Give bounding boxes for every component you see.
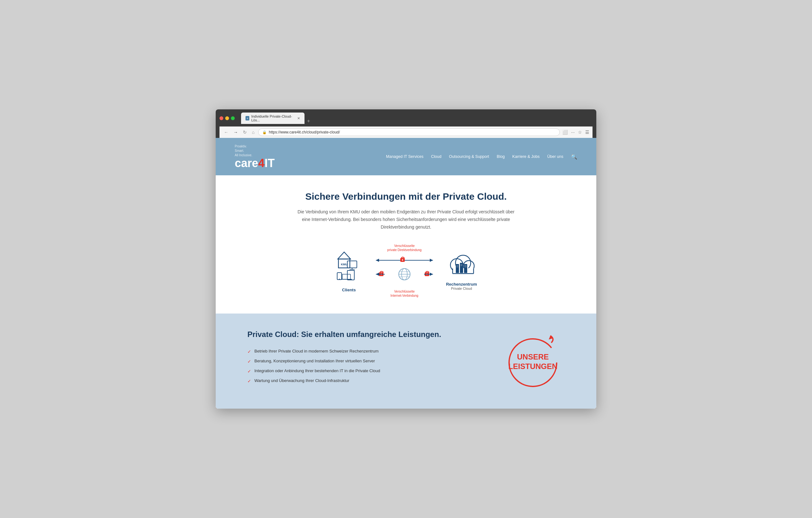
svg-marker-14 <box>430 259 433 262</box>
site-header: Proaktiv. Smart. All Inclusive. care4IT … <box>216 138 596 175</box>
extension-icon[interactable]: ⬜ <box>562 130 568 135</box>
clients-label: Clients <box>342 287 355 292</box>
services-content: Private Cloud: Sie erhalten umfangreiche… <box>248 329 482 384</box>
logo-care: care <box>235 157 258 169</box>
check-icon-4: ✓ <box>248 378 251 384</box>
back-button[interactable]: ← <box>223 129 230 135</box>
lock-icon: 🔒 <box>262 130 267 134</box>
address-bar[interactable]: 🔒 https://www.care4it.ch/cloud/private-c… <box>258 128 560 136</box>
internet-label-line1: Verschlüsselte <box>394 290 414 293</box>
reload-button[interactable]: ↻ <box>242 129 248 135</box>
svg-text:KMU: KMU <box>341 263 348 266</box>
diagram-middle: Verschlüsselte private Direktverbindung <box>363 244 446 298</box>
services-title: Private Cloud: Sie erhalten umfangreiche… <box>248 329 482 339</box>
active-tab[interactable]: 4 Individuelle Private-Cloud-Lös... ✕ <box>241 113 304 124</box>
services-list: ✓ Betrieb Ihrer Private Cloud in moderne… <box>248 349 482 384</box>
svg-rect-40 <box>464 264 467 273</box>
url-text: https://www.care4it.ch/cloud/private-clo… <box>269 130 340 134</box>
nav-ueber[interactable]: Über uns <box>547 154 563 159</box>
check-icon-3: ✓ <box>248 369 251 374</box>
menu-icon[interactable]: ··· <box>571 130 575 135</box>
bookmark-icon[interactable]: ☆ <box>578 130 582 135</box>
svg-rect-10 <box>342 274 350 279</box>
svg-rect-3 <box>347 261 357 268</box>
svg-rect-38 <box>456 264 459 273</box>
direct-label-line2: private Direktverbindung <box>387 248 422 252</box>
list-item: ✓ Wartung und Überwachung Ihrer Cloud-In… <box>248 378 482 384</box>
rechenzentrum-label: Rechenzentrum <box>446 282 477 286</box>
browser-chrome: 4 Individuelle Private-Cloud-Lös... ✕ + … <box>216 110 596 138</box>
sidebar-icon[interactable]: ☰ <box>585 130 589 135</box>
hero-section: Sichere Verbindungen mit der Private Clo… <box>216 175 596 313</box>
logo-tagline: Proaktiv. Smart. All Inclusive. <box>235 144 275 157</box>
home-button[interactable]: ⌂ <box>251 129 256 135</box>
check-icon-2: ✓ <box>248 359 251 364</box>
services-section: Private Cloud: Sie erhalten umfangreiche… <box>216 313 596 408</box>
list-item: ✓ Beratung, Konzeptionierung und Install… <box>248 359 482 364</box>
rechenzentrum-illustration <box>446 251 477 279</box>
direct-arrow <box>373 256 436 265</box>
new-tab-button[interactable]: + <box>304 118 313 124</box>
clients-illustration: KMU <box>335 249 363 284</box>
badge-svg: UNSERE LEISTUNGEN <box>501 329 564 393</box>
internet-connection <box>373 267 436 286</box>
nav-outsourcing[interactable]: Outsourcing & Support <box>449 154 489 159</box>
connection-diagram: KMU Client <box>295 244 517 298</box>
svg-marker-0 <box>338 252 350 259</box>
traffic-lights <box>220 116 235 120</box>
diagram-clients: KMU Client <box>335 249 363 292</box>
maximize-button[interactable] <box>231 116 235 120</box>
check-icon-1: ✓ <box>248 349 251 354</box>
tab-favicon: 4 <box>245 116 249 120</box>
svg-marker-13 <box>376 259 379 262</box>
logo-brand[interactable]: care4IT <box>235 157 275 169</box>
toolbar-actions: ⬜ ··· ☆ ☰ <box>562 130 589 135</box>
svg-marker-28 <box>376 273 379 276</box>
badge-text-line2: LEISTUNGEN <box>509 362 558 371</box>
badge-text-line1: UNSERE <box>517 353 549 361</box>
svg-marker-29 <box>430 273 433 276</box>
list-item: ✓ Integration oder Anbindung Ihrer beste… <box>248 368 482 374</box>
close-button[interactable] <box>220 116 223 120</box>
svg-point-16 <box>402 259 403 261</box>
site-nav: Managed IT Services Cloud Outsourcing & … <box>386 154 577 160</box>
nav-cloud[interactable]: Cloud <box>431 154 441 159</box>
browser-toolbar: ← → ↻ ⌂ 🔒 https://www.care4it.ch/cloud/p… <box>220 126 592 138</box>
nav-managed-it[interactable]: Managed IT Services <box>386 154 424 159</box>
hero-title: Sichere Verbindungen mit der Private Clo… <box>248 191 564 202</box>
tab-close-icon[interactable]: ✕ <box>297 116 300 120</box>
website-content: Proaktiv. Smart. All Inclusive. care4IT … <box>216 138 596 408</box>
browser-controls: 4 Individuelle Private-Cloud-Lös... ✕ + <box>220 113 592 124</box>
logo-it: IT <box>264 157 275 169</box>
logo-4: 4 <box>258 157 264 169</box>
browser-tabs: 4 Individuelle Private-Cloud-Lös... ✕ + <box>241 113 592 124</box>
svg-rect-8 <box>337 273 342 280</box>
service-item-2: Beratung, Konzeptionierung und Installat… <box>254 359 375 363</box>
service-item-3: Integration oder Anbindung Ihrer bestehe… <box>254 368 380 373</box>
service-item-4: Wartung und Überwachung Ihrer Cloud-Infr… <box>254 378 349 383</box>
diagram-rechenzentrum: Rechenzentrum Private Cloud <box>446 251 477 291</box>
tab-title: Individuelle Private-Cloud-Lös... <box>251 115 294 122</box>
forward-button[interactable]: → <box>232 129 239 135</box>
nav-blog[interactable]: Blog <box>497 154 505 159</box>
hero-description: Die Verbindung von Ihrem KMU oder den mo… <box>295 208 517 231</box>
list-item: ✓ Betrieb Ihrer Private Cloud in moderne… <box>248 349 482 354</box>
direct-label-line1: Verschlüsselte <box>394 244 414 248</box>
minimize-button[interactable] <box>225 116 229 120</box>
search-icon[interactable]: 🔍 <box>571 154 577 160</box>
service-item-1: Betrieb Ihrer Private Cloud in modernem … <box>254 349 379 354</box>
logo-area: Proaktiv. Smart. All Inclusive. care4IT <box>235 144 275 169</box>
nav-karriere[interactable]: Karriere & Jobs <box>512 154 540 159</box>
svg-rect-6 <box>347 270 354 280</box>
internet-label-line2: Internet-Verbindung <box>390 294 418 297</box>
services-badge: UNSERE LEISTUNGEN <box>501 329 564 393</box>
browser-window: 4 Individuelle Private-Cloud-Lös... ✕ + … <box>216 110 596 408</box>
private-cloud-sublabel: Private Cloud <box>451 286 472 291</box>
